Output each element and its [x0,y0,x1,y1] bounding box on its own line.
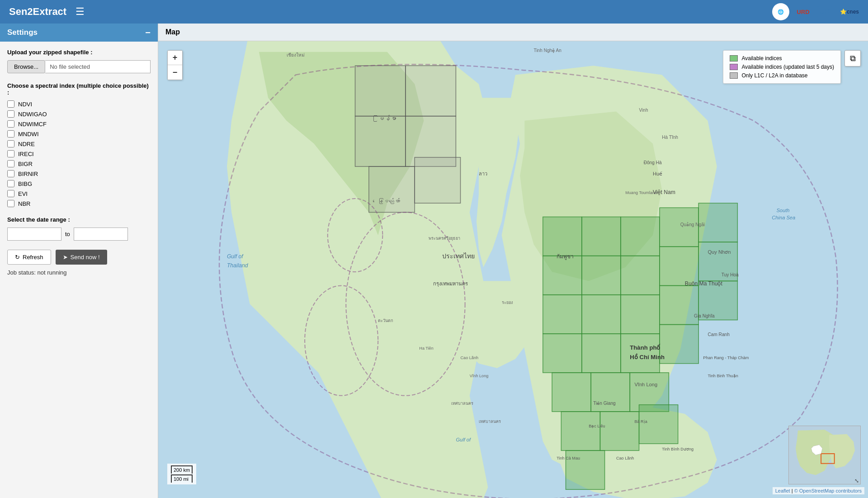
checkbox-ndvi[interactable] [7,100,14,108]
svg-text:Tiền Giang: Tiền Giang [593,401,615,406]
map-svg: မြန်မာ နေပြည်တော် ลาว ประเทศไทย กรุงเทพม… [158,41,868,498]
svg-text:Tinh Binh Thuận: Tinh Binh Thuận [708,374,738,378]
minimize-button[interactable]: − [145,28,151,37]
map-container: Map [158,24,868,498]
app-title: Sen2Extract [9,6,66,18]
label-ndvi: NDVI [18,101,32,108]
svg-rect-6 [415,157,460,203]
svg-text:Hà Tĩnh: Hà Tĩnh [662,135,678,140]
leaflet-link[interactable]: Leaflet [775,488,790,493]
refresh-button[interactable]: ↻ Refresh [7,250,51,265]
svg-text:Hồ Chí Minh: Hồ Chí Minh [630,353,665,360]
map-attribution: Leaflet | © OpenStreetMap contributors [773,487,864,494]
svg-text:กรุงเทพมหานคร: กรุงเทพมหานคร [433,281,468,287]
svg-rect-24 [621,334,660,373]
svg-rect-18 [582,295,621,334]
checkbox-ndwimcf[interactable] [7,120,14,128]
cnes-logo: ⭐cnes [840,9,859,15]
svg-rect-9 [621,217,660,256]
legend-color-available [730,55,738,62]
svg-rect-16 [698,242,737,281]
map-view[interactable]: မြန်မာ နေပြည်တော် ลาว ประเทศไทย กรุงเทพม… [158,41,868,498]
svg-point-35 [328,199,383,272]
svg-text:เทศบาลนคร: เทศบาลนคร [479,419,501,424]
zoom-out-button[interactable]: − [168,65,182,80]
scale-bar: 200 km 100 mi [167,464,196,484]
main-layout: Settings − Upload your zipped shapefile … [0,24,868,498]
svg-text:Đông Hà: Đông Hà [644,160,662,165]
checkbox-item-bibg: BIBG [7,180,151,187]
checkbox-nbr[interactable] [7,200,14,207]
checkbox-birnir[interactable] [7,170,14,177]
checkbox-item-ireci: IRECI [7,150,151,157]
svg-text:ประเทศไทย: ประเทศไทย [442,252,475,260]
svg-text:พระนครศรีอยุธยา: พระนครศรีอยุธยา [429,236,460,241]
checkbox-ndwigao[interactable] [7,110,14,118]
svg-text:Vĩnh Long: Vĩnh Long [470,374,489,378]
checkbox-ireci[interactable] [7,150,14,157]
svg-text:Muang Toumlane: Muang Toumlane [625,190,657,195]
svg-rect-11 [698,203,737,242]
file-upload-row: Browse... No file selected [7,60,151,73]
scale-200km: 200 km [171,465,193,474]
svg-text:မြန်မာ: မြန်မာ [373,115,396,122]
label-birnir: BIRNIR [18,171,38,177]
date-from-input[interactable] [7,228,61,241]
svg-text:South: South [776,208,789,213]
checkbox-item-ndwimcf: NDWIMCF [7,120,151,128]
zoom-in-button[interactable]: + [168,51,182,65]
map-legend: Available indices Available indices (upd… [723,50,841,84]
legend-color-l1c [730,72,738,79]
checkbox-item-nbr: NBR [7,200,151,207]
send-label: Send now ! [71,254,100,261]
mini-map-svg: ⤡ [789,426,860,484]
svg-rect-21 [698,281,737,320]
sidebar-header: Settings − [0,24,158,42]
svg-rect-19 [621,295,660,334]
layers-icon: ⧉ [850,54,856,63]
svg-text:Bà Rịa: Bà Rịa [634,419,647,424]
file-name-display: No file selected [45,60,151,73]
checkbox-evi[interactable] [7,190,14,197]
checkbox-mndwi[interactable] [7,130,14,138]
ur-logo: UR [817,6,833,18]
layers-button[interactable]: ⧉ [844,50,861,66]
svg-point-33 [346,212,465,395]
svg-text:กัมพูชา: กัมพูชา [557,253,574,260]
svg-rect-5 [369,166,415,212]
svg-rect-2 [406,66,456,116]
ird-badge-inner: 🌐 [778,9,784,15]
svg-text:နေပြည်တော်: နေပြည်တော် [373,198,400,204]
svg-text:Bạc Liêu: Bạc Liêu [589,424,605,428]
hamburger-menu[interactable]: ☰ [75,6,85,18]
send-button[interactable]: ➤ Send now ! [56,250,107,265]
svg-point-34 [305,285,378,395]
date-to-input[interactable] [74,228,128,241]
checkbox-bibg[interactable] [7,180,14,187]
browse-button[interactable]: Browse... [7,60,45,73]
svg-rect-23 [582,334,621,373]
svg-rect-20 [660,285,698,324]
checkbox-ndre[interactable] [7,140,14,147]
svg-rect-8 [582,217,621,256]
svg-text:Quy Nhơn: Quy Nhơn [708,249,731,255]
label-ireci: IRECI [18,151,34,157]
svg-rect-32 [566,451,604,489]
map-header: Map [158,24,868,41]
settings-sidebar: Settings − Upload your zipped shapefile … [0,24,158,498]
svg-text:Tinh Bình Dương: Tinh Bình Dương [662,447,693,451]
svg-text:Vinh: Vinh [639,108,648,113]
checkbox-bigr[interactable] [7,160,14,167]
send-icon: ➤ [63,254,68,261]
app-header: Sen2Extract ☰ 🌐 URD UR ⭐cnes [0,0,868,24]
label-ndre: NDRE [18,141,35,147]
svg-text:ระยอง: ระยอง [502,300,513,305]
svg-rect-28 [630,373,669,412]
osm-link[interactable]: © OpenStreetMap contributors [794,488,862,493]
upload-label: Upload your zipped shapefile : [7,49,151,56]
svg-rect-4 [406,116,456,166]
svg-rect-12 [543,256,582,295]
refresh-label: Refresh [23,254,43,261]
svg-text:Vĩnh Long: Vĩnh Long [634,382,657,387]
svg-text:Buôn Ma Thuột: Buôn Ma Thuột [685,280,723,287]
